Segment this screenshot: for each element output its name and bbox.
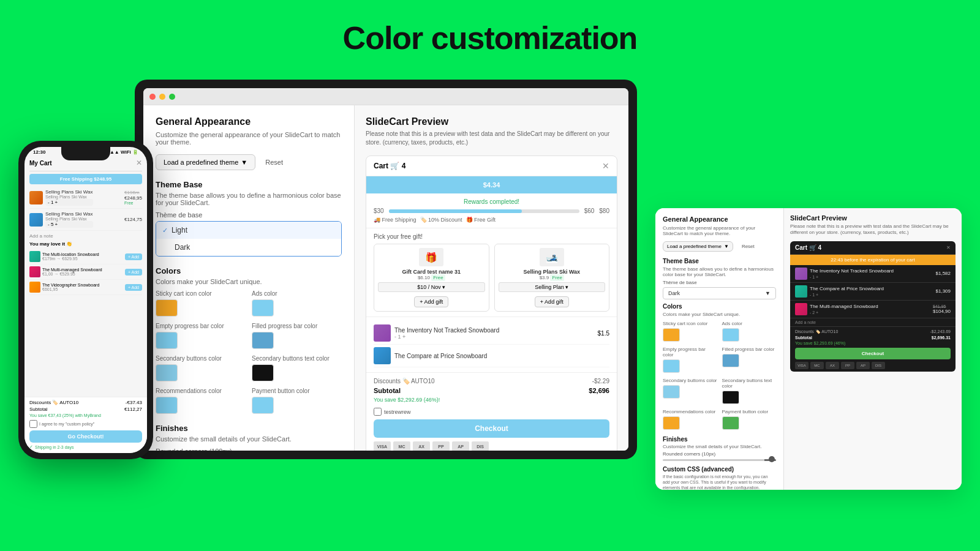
second-sec-text-swatch[interactable] (722, 391, 739, 404)
gift-card-2-select[interactable]: Selling Plan ▾ (499, 282, 606, 292)
add-rec-3-button[interactable]: + Add (125, 284, 142, 291)
second-preview-title: SlideCart Preview (790, 214, 956, 222)
cart-item-2-name: The Compare at Price Snowboard (394, 353, 487, 359)
second-load-theme-button[interactable]: Load a predefined theme ▼ (663, 241, 733, 252)
second-ads-swatch[interactable] (722, 328, 739, 342)
second-filled-swatch[interactable] (722, 354, 739, 367)
sec-btn-label: Secondary buttons color (156, 355, 246, 362)
second-rec-swatch[interactable] (663, 416, 680, 430)
panel-subtitle: Customize the general appearance of your… (156, 131, 342, 146)
cart-promo-bar: $4.34 (366, 176, 617, 193)
gift-card-1: 🎁 Gift Card test name 31 $6.10 Free $10 … (374, 244, 489, 312)
dark-discount-val: -$2,243.69 (930, 329, 951, 334)
finishes-label: Finishes (156, 424, 342, 433)
sec-btn-color-field: Secondary buttons color (156, 355, 246, 381)
second-slider-thumb[interactable] (769, 456, 775, 462)
testrewrew-label: testrewrew (384, 409, 411, 415)
add-gift-1-button[interactable]: + Add gift (414, 296, 448, 307)
dark-cart-promo: 22:43 before the expiration of your cart (790, 255, 956, 265)
dark-checkout-button[interactable]: Checkout (795, 348, 951, 359)
dark-mc-icon: MC (810, 362, 824, 369)
reward-80: $80 (599, 208, 609, 214)
sec-btn-text-label: Secondary buttons text color (252, 355, 342, 362)
reset-button[interactable]: Reset (265, 159, 283, 166)
phone-check-icon: ✓ (29, 444, 33, 449)
sticky-icon-swatch[interactable] (156, 299, 178, 317)
gift-card-img-2: 🎿 (540, 248, 564, 266)
dark-item-2-left: The Compare at Price Snowboard - 1 + (795, 285, 884, 298)
phone-item-2-info: Selling Plans Ski Wax Selling Plans Ski … (45, 211, 93, 228)
rec-color-swatch[interactable] (156, 397, 178, 414)
pay-btn-swatch[interactable] (252, 397, 274, 414)
theme-base-desc: The theme base allows you to define a ha… (156, 192, 342, 206)
filled-bar-swatch[interactable] (252, 332, 274, 349)
load-theme-button[interactable]: Load a predefined theme ▼ (156, 154, 255, 170)
phone-savings: You save €37,43 (25%) with MyBrand (29, 413, 142, 418)
sec-btn-text-swatch[interactable] (252, 364, 274, 381)
dark-item-3-img (795, 303, 807, 315)
empty-bar-field: Empty progress bar color (156, 323, 246, 349)
empty-bar-swatch[interactable] (156, 332, 178, 349)
phone-item-1-orig-price: €196m (124, 190, 142, 195)
second-rec-label: Recommendations color (663, 409, 717, 414)
preview-title: SlideCart Preview (366, 116, 617, 127)
second-range-slider[interactable] (663, 459, 776, 461)
add-rec-1-button[interactable]: + Add (125, 253, 142, 260)
dark-add-note[interactable]: Add a note (790, 318, 956, 326)
second-desktop-mockup: General Appearance Customize the general… (655, 208, 962, 490)
dark-item-3-left: The Multi-managed Snowboard - 2 + (795, 303, 878, 315)
second-pay-swatch[interactable] (722, 416, 739, 430)
second-rec-field: Recommendations color (663, 409, 717, 430)
dark-cart-close[interactable]: ✕ (946, 245, 951, 250)
second-sticky-field: Sticky cart icon color (663, 321, 717, 342)
phone-item-1-badge: Free (124, 201, 142, 205)
dark-amex-icon: AX (826, 362, 839, 369)
phone-subtotal-label: Subtotal (29, 407, 47, 412)
rounded-corners-label: Rounded corners (100px) (156, 448, 342, 451)
phone-rec-1-info: The Multi-location Snowboard €179m → €62… (42, 252, 99, 261)
reward-60: $60 (584, 208, 595, 214)
theme-dropdown[interactable]: ✓ Light Dark (156, 221, 342, 257)
second-sec-btn-swatch[interactable] (663, 385, 680, 399)
second-reset-button[interactable]: Reset (742, 244, 755, 249)
second-sticky-swatch[interactable] (663, 328, 680, 342)
cart-close-button[interactable]: ✕ (602, 161, 609, 171)
phone-close-button[interactable]: ✕ (136, 159, 142, 167)
mastercard-icon: MC (393, 441, 410, 451)
colors-section-desc: Colors make your SlideCart unique. (156, 278, 342, 285)
phone-item-2-name: Selling Plans Ski Wax (45, 211, 93, 217)
phone-item-2: Selling Plans Ski Wax Selling Plans Ski … (29, 209, 142, 231)
dark-visa-icon: VISA (795, 362, 809, 369)
phone-rec-2-name: The Multi-managed Snowboard (42, 268, 102, 272)
phone-checkout-button[interactable]: Go Checkout! (29, 430, 142, 443)
second-empty-swatch[interactable] (663, 359, 680, 373)
desktop-topbar (143, 88, 628, 105)
second-filled-label: Filled progress bar color (722, 347, 777, 352)
add-rec-2-button[interactable]: + Add (125, 269, 142, 276)
second-dark-option: Dark (668, 290, 680, 296)
policy-checkbox[interactable] (29, 420, 37, 428)
ads-color-swatch[interactable] (252, 299, 274, 317)
add-gift-2-button[interactable]: + Add gift (535, 296, 569, 307)
phone-mockup: 12:30 ▲▲▲ WiFi 🔋 My Cart ✕ Free Shipping… (18, 141, 153, 459)
colors-grid: Sticky cart icon color Ads color Empty p… (156, 290, 342, 414)
theme-option-dark[interactable]: Dark (156, 239, 341, 256)
theme-option-light[interactable]: ✓ Light (156, 222, 341, 239)
page-title: Color customization (0, 0, 980, 56)
second-colors-desc: Colors make your SlideCart unique. (663, 312, 776, 317)
testrewrew-checkbox[interactable] (374, 408, 382, 416)
phone-rec-2-img (29, 266, 40, 277)
light-option-label: Light (172, 226, 187, 234)
phone-subtotal-value: €112,27 (124, 407, 142, 412)
rec-color-label: Recommendations color (156, 388, 246, 394)
second-theme-dropdown[interactable]: Dark ▼ (663, 287, 776, 299)
add-note[interactable]: Add a note (29, 233, 142, 239)
checkout-button[interactable]: Checkout (374, 419, 609, 438)
second-pay-field: Payment button color (722, 409, 777, 430)
second-theme-base-desc: The theme base allows you to define a ha… (663, 266, 776, 277)
sec-btn-swatch[interactable] (156, 364, 178, 381)
cart-header: Cart 🛒 4 ✕ (366, 156, 617, 176)
second-filled-bar-field: Filled progress bar color (722, 347, 777, 373)
gift-card-1-select[interactable]: $10 / Nov ▾ (378, 282, 485, 292)
dark-savings: You save $2,293.69 (46%) (795, 341, 951, 345)
